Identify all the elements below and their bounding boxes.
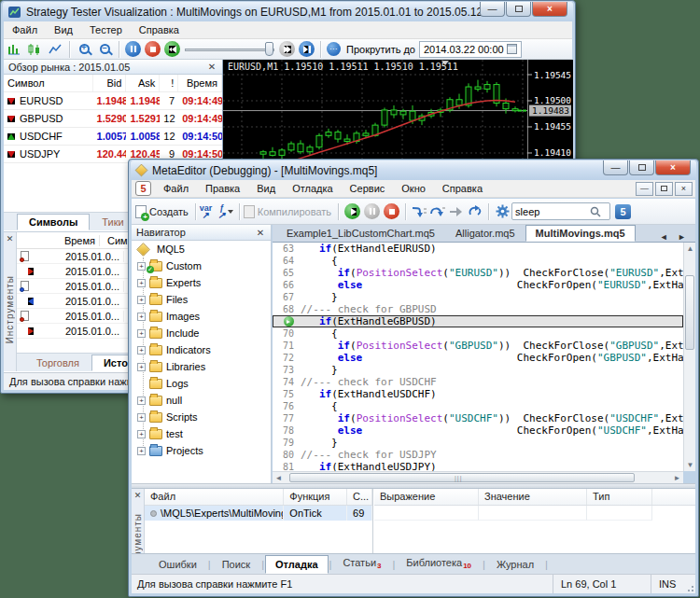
editor-menu-Сервис[interactable]: Сервис xyxy=(342,181,394,196)
tester-menu-Файл[interactable]: Файл xyxy=(4,22,46,37)
add-variable-icon[interactable]: var↗ xyxy=(200,204,213,219)
horizontal-scrollbar[interactable]: ◄ ► ||| xyxy=(273,471,683,483)
tree-item-test[interactable]: +test xyxy=(132,425,271,442)
tester-minimize-button[interactable]: — xyxy=(480,2,505,17)
debug-files-row[interactable]: \MQL5\Experts\MultiMovings.mq5OnTick69 xyxy=(145,506,372,521)
market-watch-row-USDCHF[interactable]: USDCHF1.005701.005821209:14:50 xyxy=(4,128,222,146)
tab-Торговля[interactable]: Торговля xyxy=(24,355,91,371)
expand-icon[interactable]: + xyxy=(137,296,146,304)
editor-menu-Файл[interactable]: Файл xyxy=(155,181,197,196)
tree-item-Files[interactable]: +Files xyxy=(132,291,271,308)
editor-menu-Справка[interactable]: Справка xyxy=(434,181,491,196)
line-chart-mode-icon[interactable] xyxy=(45,41,65,58)
scroll-to-date-field[interactable]: 2014.03.22 00:00 xyxy=(419,41,522,58)
editor-minimize-button[interactable]: — xyxy=(603,160,628,175)
speed-slider[interactable] xyxy=(185,41,274,58)
tester-menu-Справка[interactable]: Справка xyxy=(131,22,188,37)
mql5-community-icon[interactable]: 5 xyxy=(615,204,631,219)
chart-canvas[interactable]: 1.195451.195001.194551.194101.19483 xyxy=(223,60,573,164)
tree-item-Experts[interactable]: +Experts xyxy=(132,274,271,291)
editor-close-button[interactable]: × xyxy=(655,160,691,175)
search-input[interactable] xyxy=(515,206,590,217)
expand-icon[interactable]: + xyxy=(137,329,146,338)
bottom-tab-Статьи[interactable]: Статьи3 xyxy=(332,553,391,574)
tester-close-button[interactable]: × xyxy=(532,2,567,17)
bottom-tab-Журнал[interactable]: Журнал xyxy=(486,555,544,574)
insert-dropdown-icon[interactable] xyxy=(228,210,233,216)
tester-tools-side-tab[interactable]: Инструменты xyxy=(5,275,15,343)
tree-item-Logs[interactable]: Logs xyxy=(132,375,271,392)
bottom-tab-Библиотека[interactable]: Библиотека10 xyxy=(396,553,482,574)
candle-chart-mode-icon[interactable] xyxy=(24,41,45,58)
expand-icon[interactable]: + xyxy=(137,363,146,371)
market-watch-close-icon[interactable]: ✕ xyxy=(206,62,217,72)
search-icon[interactable] xyxy=(590,206,601,217)
debug-panel-close-icon[interactable]: ✕ xyxy=(132,489,144,500)
file-tab-Alligator.mq5[interactable]: Alligator.mq5 xyxy=(445,225,525,242)
expand-icon[interactable]: + xyxy=(137,396,146,405)
step-out-icon[interactable] xyxy=(447,204,466,219)
expand-icon[interactable]: + xyxy=(137,413,146,422)
calendar-icon[interactable] xyxy=(507,44,517,54)
speed-slider-thumb[interactable] xyxy=(265,42,273,56)
tab-Символы[interactable]: Символы xyxy=(17,214,90,230)
step-forward-button[interactable] xyxy=(299,41,315,57)
doc-close-button[interactable]: × xyxy=(675,182,693,196)
tree-item-Libraries[interactable]: +Libraries xyxy=(132,358,271,375)
step-into-icon[interactable] xyxy=(410,204,428,219)
expand-icon[interactable]: + xyxy=(137,430,146,438)
slower-button[interactable] xyxy=(164,41,180,57)
bar-chart-mode-icon[interactable] xyxy=(4,41,24,58)
tree-root-mql5[interactable]: MQL5 xyxy=(132,241,271,257)
restart-debug-icon[interactable] xyxy=(466,204,484,219)
resize-grip[interactable] xyxy=(685,583,694,592)
editor-menu-Отладка[interactable]: Отладка xyxy=(284,181,341,196)
tester-maximize-button[interactable] xyxy=(506,2,531,17)
new-file-button[interactable]: + Создать xyxy=(135,205,191,218)
tester-menu-Вид[interactable]: Вид xyxy=(46,22,81,37)
tree-item-null[interactable]: +null xyxy=(132,392,271,409)
step-over-icon[interactable] xyxy=(428,204,447,219)
tester-menu-Тестер[interactable]: Тестер xyxy=(81,22,131,37)
file-tab-MultiMovings.mq5[interactable]: MultiMovings.mq5 xyxy=(525,225,636,242)
tree-item-Scripts[interactable]: +Scripts xyxy=(132,409,271,425)
tree-item-Images[interactable]: +Images xyxy=(132,308,271,325)
bottom-tab-Поиск[interactable]: Поиск xyxy=(212,555,260,574)
stop-debug-button[interactable] xyxy=(384,203,399,219)
expand-icon[interactable]: + xyxy=(137,447,146,455)
navigator-close-icon[interactable]: ✕ xyxy=(255,228,266,238)
tree-item-Include[interactable]: +Include xyxy=(132,325,271,341)
start-debug-button[interactable] xyxy=(344,203,360,219)
compile-button[interactable]: Компилировать xyxy=(244,205,334,218)
settings-gear-icon[interactable] xyxy=(493,204,511,219)
editor-maximize-button[interactable] xyxy=(629,160,654,175)
pause-debug-button[interactable] xyxy=(364,203,380,219)
code-editor[interactable]: 63 if(ExtHandleEURUSD)64 {65 if(Position… xyxy=(273,243,683,471)
editor-menu-Окно[interactable]: Окно xyxy=(393,181,434,196)
expand-icon[interactable]: + xyxy=(137,279,146,287)
market-watch-row-EURUSD[interactable]: EURUSD1.194821.19489709:14:49 xyxy=(4,92,222,110)
bottom-tab-Ошибки[interactable]: Ошибки xyxy=(148,555,207,574)
doc-restore-button[interactable] xyxy=(655,182,673,196)
tree-item-Indicators[interactable]: +Indicators xyxy=(132,341,271,358)
bottom-tab-Отладка[interactable]: Отладка xyxy=(265,555,329,574)
expand-icon[interactable]: + xyxy=(137,313,146,321)
mql5-menu-icon[interactable]: 5 xyxy=(135,181,151,196)
zoom-in-icon[interactable]: + xyxy=(74,41,94,58)
expand-icon[interactable]: + xyxy=(137,262,146,271)
vertical-scrollbar[interactable]: ▲ ▼ xyxy=(683,243,695,471)
editor-titlebar[interactable]: MetaEditor (Debugging) - [MultiMovings.m… xyxy=(131,160,696,180)
pause-button[interactable] xyxy=(125,41,141,57)
doc-minimize-button[interactable]: — xyxy=(636,182,653,196)
tab-scroll-arrows[interactable]: ◄ ► xyxy=(654,232,695,242)
add-function-icon[interactable]: ƒ↗ xyxy=(217,204,225,219)
stop-button[interactable] xyxy=(145,41,161,57)
watch-empty-row[interactable] xyxy=(374,506,695,521)
tree-item-Projects[interactable]: +Projects xyxy=(132,442,271,459)
tree-item-Custom[interactable]: +✓Custom xyxy=(132,257,271,274)
price-chart[interactable]: EURUSD,M1 1.19510 1.19511 1.19510 1.1951… xyxy=(222,60,572,164)
editor-menu-Вид[interactable]: Вид xyxy=(248,181,284,196)
faster-button-disabled[interactable] xyxy=(279,41,295,57)
market-watch-row-GBPUSD[interactable]: GBPUSD1.529031.529151209:14:49 xyxy=(4,110,222,128)
editor-menu-Правка[interactable]: Правка xyxy=(197,181,248,196)
